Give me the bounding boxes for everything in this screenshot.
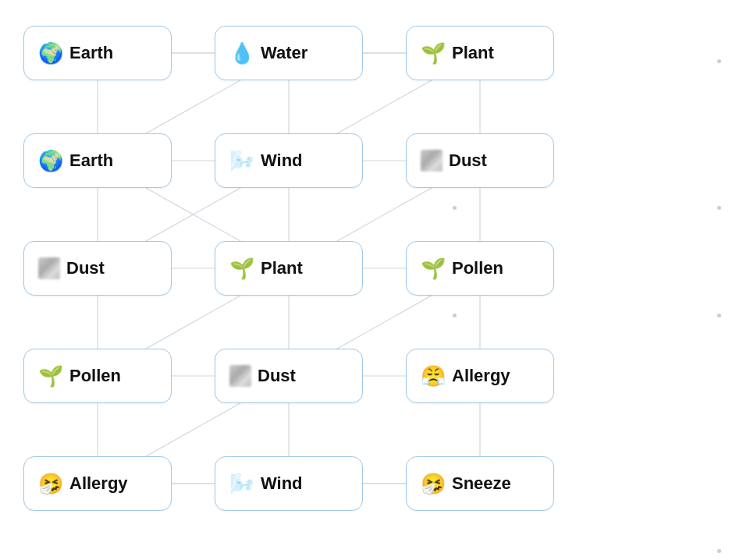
- node-plant2[interactable]: 🌱Plant: [215, 241, 363, 296]
- wind-icon: 🌬️: [229, 149, 254, 173]
- plant2-label: Plant: [261, 258, 303, 278]
- node-wind2[interactable]: 🌬️Wind: [215, 456, 363, 511]
- node-earth1[interactable]: 🌍Earth: [23, 26, 172, 80]
- node-wind1[interactable]: 🌬️Wind: [215, 133, 363, 188]
- dot-1: [453, 206, 457, 210]
- dust2-label: Dust: [449, 151, 487, 171]
- canvas: 🌍Earth💧Water🌱Plant🌍Earth🌬️WindDustDust🌱P…: [0, 0, 743, 560]
- dot-6: [717, 549, 721, 553]
- wind-icon: 🌬️: [229, 472, 254, 496]
- plant1-label: Plant: [452, 43, 494, 63]
- node-water1[interactable]: 💧Water: [215, 26, 363, 80]
- allergy2-icon: 😤: [421, 366, 446, 386]
- node-dust2[interactable]: Dust: [406, 133, 554, 188]
- earth2-label: Earth: [69, 151, 113, 171]
- wind1-label: Wind: [261, 151, 303, 171]
- sneeze1-label: Sneeze: [452, 473, 511, 494]
- node-plant1[interactable]: 🌱Plant: [406, 26, 554, 80]
- node-dust1[interactable]: Dust: [23, 241, 172, 296]
- earth1-label: Earth: [69, 43, 113, 63]
- earth1-icon: 🌍: [38, 43, 63, 63]
- dot-4: [453, 314, 457, 317]
- pollen2-label: Pollen: [452, 258, 503, 278]
- node-dust3[interactable]: Dust: [215, 349, 363, 403]
- node-pollen2[interactable]: 🌱Pollen: [406, 241, 554, 296]
- water1-label: Water: [261, 43, 308, 63]
- pollen2-icon: 🌱: [421, 258, 446, 278]
- plant2-icon: 🌱: [229, 258, 254, 278]
- water1-icon: 💧: [229, 43, 254, 63]
- dust3-label: Dust: [258, 366, 296, 386]
- allergy1-label: Allergy: [69, 473, 128, 494]
- plant1-icon: 🌱: [421, 43, 446, 63]
- wind2-label: Wind: [261, 473, 303, 494]
- pollen1-label: Pollen: [69, 366, 121, 386]
- dot-2: [717, 206, 721, 210]
- sneeze1-icon: 🤧: [421, 473, 446, 494]
- earth2-icon: 🌍: [38, 151, 63, 171]
- dot-0: [717, 59, 721, 63]
- dust1-label: Dust: [66, 258, 105, 278]
- dot-3: [717, 314, 721, 317]
- node-pollen1[interactable]: 🌱Pollen: [23, 349, 172, 403]
- dust-icon: [421, 150, 443, 172]
- node-sneeze1[interactable]: 🤧Sneeze: [406, 456, 554, 511]
- pollen1-icon: 🌱: [38, 366, 63, 386]
- node-earth2[interactable]: 🌍Earth: [23, 133, 172, 188]
- dust-icon: [229, 365, 251, 387]
- node-allergy2[interactable]: 😤Allergy: [406, 349, 554, 403]
- allergy1-icon: 🤧: [38, 473, 63, 494]
- allergy2-label: Allergy: [452, 366, 510, 386]
- node-allergy1[interactable]: 🤧Allergy: [23, 456, 172, 511]
- dust-icon: [38, 257, 60, 279]
